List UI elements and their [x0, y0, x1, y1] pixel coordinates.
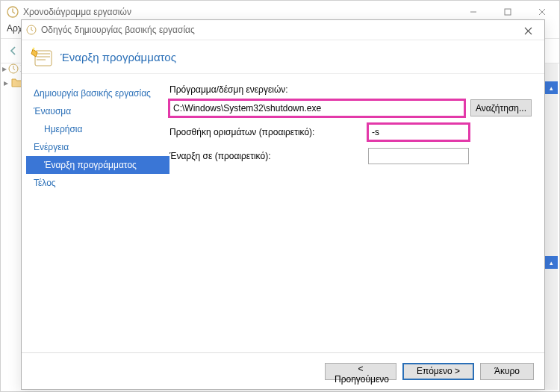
svg-rect-4: [35, 51, 52, 66]
scroll-up-icon[interactable]: ▴: [545, 256, 558, 269]
menu-file[interactable]: Αρχ: [7, 23, 22, 34]
right-scrollbar[interactable]: ▴ ▴: [544, 63, 558, 390]
nav-daily[interactable]: Ημερήσια: [26, 120, 169, 138]
wizard-icon: [26, 25, 37, 35]
nav-action[interactable]: Ενέργεια: [26, 138, 169, 156]
add-arguments-label: Προσθήκη ορισμάτων (προαιρετικό):: [169, 127, 368, 137]
browse-button[interactable]: Αναζήτηση...: [470, 99, 532, 116]
close-button[interactable]: [516, 23, 540, 38]
cancel-button[interactable]: Άκυρο: [480, 363, 534, 380]
nav-trigger[interactable]: Έναυσμα: [26, 102, 169, 120]
next-button[interactable]: Επόμενο >: [402, 363, 474, 380]
wizard-page-title: Έναρξη προγράμματος: [60, 51, 176, 63]
parent-title-text: Χρονοδιάγραμμα εργασιών: [23, 7, 131, 17]
wizard-header: Έναρξη προγράμματος: [22, 40, 544, 74]
wizard-form: Πρόγραμμα/δέσμη ενεργειών: Αναζήτηση... …: [169, 74, 544, 347]
nav-finish[interactable]: Τέλος: [26, 174, 169, 192]
wizard-title-text: Οδηγός δημιουργίας βασικής εργασίας: [41, 25, 195, 35]
task-header-icon: [31, 45, 55, 69]
clock-icon: [8, 63, 19, 74]
wizard-footer: < Προηγούμενο Επόμενο > Άκυρο: [22, 352, 544, 389]
create-basic-task-wizard: Οδηγός δημιουργίας βασικής εργασίας Έναρ…: [21, 19, 545, 390]
add-arguments-input[interactable]: [368, 124, 469, 140]
chevron-right-icon[interactable]: ▸: [2, 63, 7, 74]
svg-rect-1: [505, 9, 511, 15]
start-in-input[interactable]: [368, 148, 469, 164]
back-button[interactable]: < Προηγούμενο: [325, 363, 396, 380]
nav-start-program[interactable]: Έναρξη προγράμματος: [26, 156, 169, 174]
start-in-label: Έναρξη σε (προαιρετικό):: [169, 151, 368, 161]
wizard-nav: Δημιουργία βασικής εργασίας Έναυσμα Ημερ…: [22, 74, 169, 347]
program-script-input[interactable]: [169, 100, 464, 116]
wizard-titlebar: Οδηγός δημιουργίας βασικής εργασίας: [22, 20, 544, 40]
svg-point-5: [33, 48, 35, 50]
chevron-right-icon[interactable]: ▸: [2, 78, 10, 88]
scroll-up-icon[interactable]: ▴: [545, 81, 558, 94]
back-icon[interactable]: [5, 43, 22, 59]
clock-icon: [7, 6, 19, 18]
nav-create-basic-task[interactable]: Δημιουργία βασικής εργασίας: [26, 84, 169, 102]
program-script-label: Πρόγραμμα/δέσμη ενεργειών:: [169, 84, 534, 95]
